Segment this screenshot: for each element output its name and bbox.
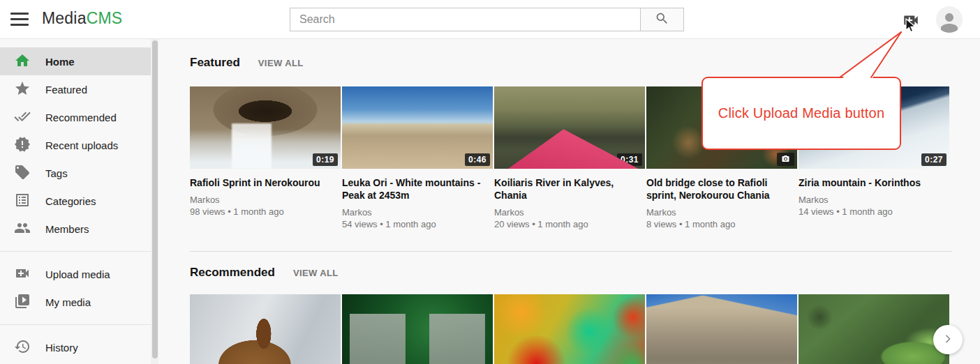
sidebar-item-upload-media[interactable]: Upload media bbox=[0, 260, 151, 288]
sidebar-divider bbox=[0, 251, 151, 252]
recommended-section-header: Recommended VIEW ALL bbox=[190, 266, 339, 280]
duration-badge: 0:19 bbox=[313, 153, 338, 166]
new-releases-icon bbox=[14, 136, 31, 155]
video-call-icon bbox=[14, 265, 31, 284]
video-card[interactable] bbox=[190, 294, 341, 364]
video-card[interactable]: 0:46 Leuka Ori - White mountains - Peak … bbox=[342, 86, 493, 230]
sidebar-item-recommended[interactable]: Recommended bbox=[0, 103, 151, 131]
sidebar-item-tags[interactable]: Tags bbox=[0, 159, 151, 187]
video-library-icon bbox=[14, 293, 31, 312]
video-meta: 8 views • 1 month ago bbox=[646, 218, 797, 230]
photo-camera-icon bbox=[777, 153, 794, 166]
sidebar-item-label: Home bbox=[45, 56, 75, 68]
tag-icon bbox=[14, 164, 31, 183]
star-icon bbox=[14, 80, 31, 99]
video-title[interactable]: Ziria mountain - Korinthos bbox=[799, 176, 949, 189]
user-avatar-icon[interactable] bbox=[936, 6, 963, 33]
sidebar-item-label: Members bbox=[45, 223, 89, 235]
members-icon bbox=[14, 220, 31, 238]
video-meta: 14 views • 1 month ago bbox=[799, 206, 949, 218]
sidebar-item-label: Tags bbox=[45, 167, 68, 179]
video-card[interactable] bbox=[799, 294, 949, 364]
video-meta: 20 views • 1 month ago bbox=[494, 218, 645, 230]
sidebar-item-categories[interactable]: Categories bbox=[0, 187, 151, 215]
recommended-row bbox=[190, 294, 949, 364]
video-thumbnail[interactable] bbox=[342, 294, 493, 364]
search-input[interactable] bbox=[290, 8, 640, 31]
video-author[interactable]: Markos bbox=[799, 194, 949, 206]
categories-icon bbox=[14, 192, 31, 211]
sidebar-item-label: My media bbox=[45, 296, 91, 308]
sidebar-item-label: Upload media bbox=[45, 268, 110, 280]
logo-part-media: Media bbox=[42, 9, 87, 27]
sidebar-item-label: Featured bbox=[45, 84, 87, 96]
section-title: Recommended bbox=[190, 266, 275, 280]
search-form bbox=[290, 8, 684, 31]
sidebar-item-members[interactable]: Members bbox=[0, 215, 151, 243]
home-icon bbox=[14, 52, 31, 71]
sidebar-divider bbox=[0, 324, 151, 325]
sidebar-item-home[interactable]: Home bbox=[0, 47, 151, 75]
video-author[interactable]: Markos bbox=[190, 194, 341, 206]
sidebar-item-featured[interactable]: Featured bbox=[0, 75, 151, 103]
mouse-cursor bbox=[905, 18, 916, 36]
video-thumbnail[interactable]: 0:19 bbox=[190, 86, 341, 169]
menu-icon[interactable] bbox=[10, 13, 29, 26]
scrollbar-thumb[interactable] bbox=[152, 40, 158, 358]
callout-text: Click Upload Media button bbox=[718, 105, 884, 121]
sidebar-item-label: Recent uploads bbox=[45, 139, 118, 151]
sidebar-item-label: Categories bbox=[45, 195, 96, 207]
chevron-right-icon bbox=[942, 333, 953, 347]
history-icon bbox=[14, 338, 31, 357]
video-title[interactable]: Leuka Ori - White mountains - Peak at 24… bbox=[342, 176, 493, 202]
sidebar-item-label: Recommended bbox=[45, 112, 117, 123]
video-card[interactable] bbox=[646, 294, 797, 364]
video-meta: 54 views • 1 month ago bbox=[342, 218, 493, 230]
video-card[interactable]: 0:31 Koiliaris River in Kalyves, Chania … bbox=[494, 86, 645, 230]
video-thumbnail[interactable] bbox=[799, 294, 949, 364]
video-title[interactable]: Rafioli Sprint in Nerokourou bbox=[190, 176, 341, 189]
carousel-next-button[interactable] bbox=[933, 325, 963, 354]
search-icon bbox=[655, 11, 669, 28]
video-title[interactable]: Koiliaris River in Kalyves, Chania bbox=[494, 176, 645, 202]
sidebar-item-my-media[interactable]: My media bbox=[0, 288, 151, 316]
video-author[interactable]: Markos bbox=[646, 206, 797, 218]
video-thumbnail[interactable] bbox=[646, 294, 797, 364]
recommended-view-all-link[interactable]: VIEW ALL bbox=[293, 268, 339, 278]
video-thumbnail[interactable] bbox=[494, 294, 645, 364]
video-title[interactable]: Old bridge close to Rafioli sprint, Nero… bbox=[646, 176, 797, 202]
sidebar-item-label: History bbox=[45, 342, 78, 354]
duration-badge: 0:27 bbox=[921, 153, 946, 166]
logo-part-cms: CMS bbox=[87, 9, 123, 27]
search-button[interactable] bbox=[640, 8, 684, 31]
done-all-icon bbox=[14, 108, 31, 127]
video-thumbnail[interactable] bbox=[190, 294, 341, 364]
callout-pointer bbox=[831, 28, 907, 81]
featured-view-all-link[interactable]: VIEW ALL bbox=[258, 58, 304, 68]
video-thumbnail[interactable]: 0:46 bbox=[342, 86, 493, 169]
sidebar-item-recent-uploads[interactable]: Recent uploads bbox=[0, 131, 151, 159]
featured-section-header: Featured VIEW ALL bbox=[190, 56, 304, 70]
video-card[interactable]: 0:19 Rafioli Sprint in Nerokourou Markos… bbox=[190, 86, 341, 230]
video-card[interactable] bbox=[494, 294, 645, 364]
video-author[interactable]: Markos bbox=[342, 206, 493, 218]
video-meta: 98 views • 1 month ago bbox=[190, 206, 341, 218]
duration-badge: 0:46 bbox=[465, 153, 490, 166]
video-card[interactable] bbox=[342, 294, 493, 364]
video-thumbnail[interactable]: 0:31 bbox=[494, 86, 645, 169]
section-title: Featured bbox=[190, 56, 240, 70]
tutorial-callout: Click Upload Media button bbox=[701, 77, 901, 150]
sidebar-item-history[interactable]: History bbox=[0, 333, 151, 361]
sidebar: Home Featured Recommended Recent uploads… bbox=[0, 39, 151, 364]
duration-badge: 0:31 bbox=[617, 153, 642, 166]
section-divider bbox=[190, 251, 952, 252]
sidebar-scrollbar[interactable] bbox=[151, 39, 158, 364]
app-logo[interactable]: MediaCMS bbox=[42, 9, 122, 28]
video-author[interactable]: Markos bbox=[494, 206, 645, 218]
